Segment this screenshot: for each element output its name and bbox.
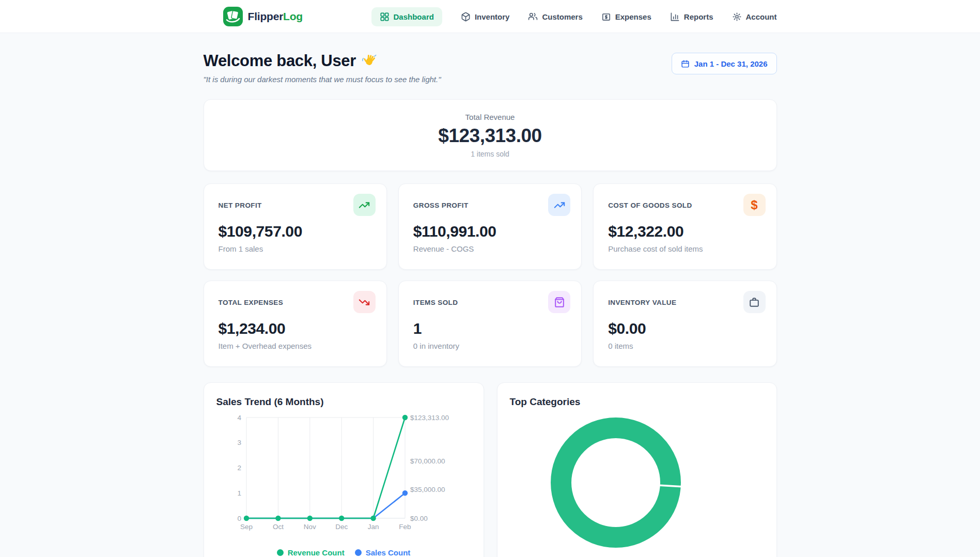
bar-chart-icon [670, 12, 680, 22]
stat-label: COST OF GOODS SOLD [608, 202, 764, 209]
inventory-value-card: INVENTORY VALUE $0.00 0 items [593, 281, 776, 367]
trending-up-icon [353, 194, 376, 216]
total-expenses-card: TOTAL EXPENSES $1,234.00 Item + Overhead… [204, 281, 387, 367]
svg-text:$123,313.00: $123,313.00 [410, 414, 449, 422]
total-revenue-card: Total Revenue $123,313.00 1 items sold [204, 99, 777, 171]
trending-down-icon [353, 291, 376, 313]
svg-text:$70,000.00: $70,000.00 [410, 457, 445, 465]
net-profit-card: NET PROFIT $109,757.00 From 1 sales [204, 183, 387, 270]
svg-text:Jan: Jan [367, 523, 379, 531]
svg-text:Dec: Dec [335, 523, 348, 531]
top-categories-title: Top Categories [510, 396, 581, 408]
stat-value: $12,322.00 [608, 223, 764, 240]
svg-text:2: 2 [237, 464, 241, 472]
stat-subtext: Purchase cost of sold items [608, 244, 764, 253]
top-categories-card: Top Categories [497, 382, 777, 557]
sales-trend-title: Sales Trend (6 Months) [216, 396, 324, 408]
stat-value: $0.00 [608, 320, 764, 337]
total-revenue-label: Total Revenue [465, 113, 515, 121]
top-categories-donut-chart[interactable] [497, 383, 777, 557]
date-range-label: Jan 1 - Dec 31, 2026 [694, 59, 768, 68]
svg-text:Oct: Oct [272, 523, 283, 531]
nav-label: Inventory [475, 12, 510, 21]
stat-label: TOTAL EXPENSES [219, 299, 374, 306]
legend-item-revenue[interactable]: Revenue Count [277, 548, 345, 557]
shopping-bag-icon [548, 291, 570, 313]
legend-dot-green [277, 549, 284, 556]
nav-label: Expenses [615, 12, 651, 21]
briefcase-box-icon [743, 291, 766, 313]
svg-text:Sep: Sep [240, 523, 252, 531]
top-navigation-bar: FlipperLog Dashboard [0, 0, 980, 33]
legend-dot-blue [355, 549, 362, 556]
stat-label: NET PROFIT [219, 202, 374, 209]
banknote-icon [601, 12, 611, 22]
sales-trend-line-chart[interactable]: 4 3 2 1 0 $123,313.00 $70,000.00 $35,000… [204, 383, 484, 557]
svg-text:3: 3 [237, 439, 241, 446]
dollar-sign-icon: $ [743, 194, 766, 216]
nav-item-customers[interactable]: Customers [528, 7, 582, 26]
svg-text:0: 0 [237, 515, 241, 522]
welcome-header-row: Welcome back, User [204, 52, 777, 84]
stat-subtext: Revenue - COGS [413, 244, 569, 253]
gross-profit-card: GROSS PROFIT $110,991.00 Revenue - COGS [398, 183, 582, 270]
nav-item-reports[interactable]: Reports [670, 7, 713, 26]
date-range-button[interactable]: Jan 1 - Dec 31, 2026 [672, 53, 777, 74]
stat-value: 1 [413, 320, 569, 337]
stat-subtext: Item + Overhead expenses [219, 342, 374, 350]
nav-item-dashboard[interactable]: Dashboard [371, 7, 442, 26]
daily-quote: "It is during our darkest moments that w… [204, 75, 441, 84]
waving-hand-emoji [361, 53, 377, 69]
users-icon [528, 12, 538, 22]
stat-subtext: From 1 sales [219, 244, 374, 253]
legend-item-sales[interactable]: Sales Count [355, 548, 411, 557]
cost-of-goods-sold-card: COST OF GOODS SOLD $ $12,322.00 Purchase… [593, 183, 776, 270]
sales-trend-card: Sales Trend (6 Months) 4 3 2 1 0 $123,31… [204, 382, 484, 557]
app-name: FlipperLog [248, 10, 303, 23]
chart-legend: Revenue Count Sales Count [204, 548, 484, 557]
dashboard-grid-icon [380, 12, 390, 22]
nav-item-expenses[interactable]: Expenses [601, 7, 651, 26]
trending-up-icon [548, 194, 570, 216]
calendar-icon [681, 59, 690, 68]
items-sold-card: ITEMS SOLD 1 0 in inventory [398, 281, 582, 367]
main-nav-menu: Dashboard Inventory Cust [371, 7, 777, 26]
nav-label: Dashboard [394, 12, 434, 21]
app-logo[interactable]: FlipperLog [223, 7, 303, 26]
stat-value: $109,757.00 [219, 223, 374, 240]
nav-label: Account [746, 12, 777, 21]
stat-label: GROSS PROFIT [413, 202, 569, 209]
package-icon [461, 12, 471, 22]
stat-cards-grid: NET PROFIT $109,757.00 From 1 sales GROS… [204, 183, 777, 367]
dashboard-main: Welcome back, User [204, 52, 777, 557]
legend-label: Sales Count [366, 548, 411, 557]
nav-label: Customers [542, 12, 582, 21]
nav-label: Reports [684, 12, 713, 21]
svg-text:4: 4 [237, 414, 241, 422]
svg-text:$0.00: $0.00 [410, 515, 428, 522]
stat-label: ITEMS SOLD [413, 299, 569, 306]
total-revenue-subtext: 1 items sold [471, 150, 509, 158]
nav-item-inventory[interactable]: Inventory [461, 7, 510, 26]
stat-value: $110,991.00 [413, 223, 569, 240]
nav-item-account[interactable]: Account [732, 7, 777, 26]
total-revenue-value: $123,313.00 [438, 125, 541, 147]
flipperlog-logo-icon [223, 7, 243, 26]
svg-text:Feb: Feb [399, 523, 411, 531]
stat-label: INVENTORY VALUE [608, 299, 764, 306]
svg-text:$35,000.00: $35,000.00 [410, 486, 445, 493]
stat-subtext: 0 in inventory [413, 342, 569, 350]
page-title: Welcome back, User [204, 52, 441, 70]
charts-row: Sales Trend (6 Months) 4 3 2 1 0 $123,31… [204, 382, 777, 557]
svg-text:1: 1 [237, 489, 241, 497]
stat-value: $1,234.00 [219, 320, 374, 337]
stat-subtext: 0 items [608, 342, 764, 350]
gear-icon [732, 12, 742, 22]
legend-label: Revenue Count [288, 548, 345, 557]
svg-text:Nov: Nov [303, 523, 316, 531]
